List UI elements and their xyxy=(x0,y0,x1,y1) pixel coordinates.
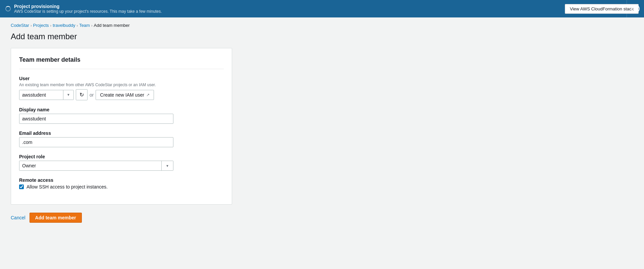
external-link-icon: ↗ xyxy=(146,93,150,97)
user-dropdown-trigger[interactable]: ▼ xyxy=(63,90,73,100)
user-form-group: User An existing team member from other … xyxy=(19,76,224,100)
user-hint: An existing team member from other AWS C… xyxy=(19,83,224,87)
create-iam-user-button[interactable]: Create new IAM user ↗ xyxy=(96,90,154,100)
breadcrumb-chevron-3: › xyxy=(76,23,78,28)
role-text: Owner xyxy=(19,161,161,170)
user-select-container: ▼ xyxy=(19,90,74,100)
help-icon[interactable]: ? xyxy=(632,5,640,13)
loading-spinner xyxy=(5,6,11,11)
user-input-row: ▼ ↻ or Create new IAM user ↗ xyxy=(19,89,224,100)
user-text-input[interactable] xyxy=(19,90,63,100)
breadcrumb-codestar[interactable]: CodeStar xyxy=(11,23,29,28)
breadcrumb-chevron-2: › xyxy=(50,23,52,28)
banner-left-section: Project provisioning AWS CodeStar is set… xyxy=(5,4,162,14)
card-title: Team member details xyxy=(19,56,224,69)
ssh-access-label: Allow SSH access to project instances. xyxy=(26,184,108,190)
help-icon-container: ? xyxy=(627,0,644,17)
or-separator: or xyxy=(90,92,94,98)
add-team-member-button[interactable]: Add team member xyxy=(30,213,82,223)
project-role-form-group: Project role Owner ▼ xyxy=(19,154,224,171)
cancel-button[interactable]: Cancel xyxy=(11,213,25,222)
refresh-icon: ↻ xyxy=(79,92,84,98)
banner-text: Project provisioning AWS CodeStar is set… xyxy=(14,4,162,14)
remote-access-label: Remote access xyxy=(19,177,224,183)
user-dropdown-arrow: ▼ xyxy=(67,93,70,97)
project-role-container: Owner ▼ xyxy=(19,161,173,171)
role-dropdown-trigger[interactable]: ▼ xyxy=(162,161,173,170)
display-name-input[interactable] xyxy=(19,114,173,124)
breadcrumb-travelbuddy[interactable]: travelbuddy xyxy=(53,23,75,28)
page-title: Add team member xyxy=(11,32,633,41)
main-content: CodeStar › Projects › travelbuddy › Team… xyxy=(0,17,644,269)
email-address-form-group: Email address xyxy=(19,130,224,147)
ssh-access-checkbox[interactable] xyxy=(19,184,24,189)
email-label: Email address xyxy=(19,130,224,136)
breadcrumb-chevron-1: › xyxy=(31,23,32,28)
breadcrumb-team[interactable]: Team xyxy=(79,23,90,28)
project-provisioning-banner: Project provisioning AWS CodeStar is set… xyxy=(0,0,644,17)
breadcrumb-chevron-4: › xyxy=(91,23,93,28)
remote-access-form-group: Remote access Allow SSH access to projec… xyxy=(19,177,224,190)
email-input[interactable] xyxy=(19,137,173,147)
banner-title: Project provisioning xyxy=(14,4,162,9)
breadcrumb-projects[interactable]: Projects xyxy=(33,23,49,28)
form-actions: Cancel Add team member xyxy=(11,213,633,223)
breadcrumb-current: Add team member xyxy=(94,23,130,28)
team-member-details-card: Team member details User An existing tea… xyxy=(11,48,232,205)
create-iam-label: Create new IAM user xyxy=(100,92,144,98)
banner-subtitle: AWS CodeStar is setting up your project'… xyxy=(14,9,162,14)
breadcrumb: CodeStar › Projects › travelbuddy › Team… xyxy=(11,17,633,32)
role-dropdown-arrow: ▼ xyxy=(166,164,169,168)
display-name-form-group: Display name xyxy=(19,107,224,124)
remote-access-row: Allow SSH access to project instances. xyxy=(19,184,224,190)
refresh-button[interactable]: ↻ xyxy=(76,89,88,100)
project-role-label: Project role xyxy=(19,154,224,159)
display-name-label: Display name xyxy=(19,107,224,112)
user-label: User xyxy=(19,76,224,81)
